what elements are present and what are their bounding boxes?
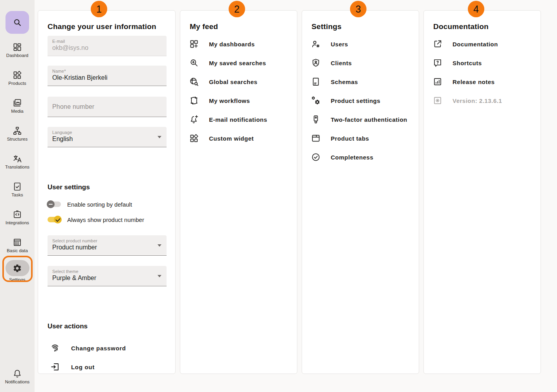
chart-box-icon <box>433 77 442 86</box>
feed-item-my-workflows[interactable]: My workflows <box>180 91 297 110</box>
bell-icon <box>13 369 22 378</box>
search-button[interactable] <box>5 11 29 34</box>
minus-icon <box>47 200 55 208</box>
media-icon <box>13 98 22 108</box>
logout-icon <box>50 362 60 372</box>
step-badge-2: 2 <box>229 1 245 17</box>
feed-item-my-dashboards[interactable]: My dashboards <box>180 35 297 53</box>
documentation-card: Documentation DocumentationShortcutsRele… <box>423 10 541 374</box>
user-settings-title: User settings <box>48 183 167 191</box>
docs-item-release-notes[interactable]: Release notes <box>424 72 541 91</box>
sidebar-item-structures[interactable]: Structures <box>0 126 35 141</box>
active-item-pill <box>5 260 29 276</box>
select-product-number-select[interactable]: Select product numberProduct number <box>48 235 167 256</box>
documentation-card-title: Documentation <box>433 22 531 31</box>
user-actions-title: User actions <box>48 322 167 330</box>
settings-card-title: Settings <box>311 22 409 31</box>
saved-search-icon <box>189 58 199 68</box>
manage-accounts-icon <box>311 39 321 49</box>
settings-item-schemas[interactable]: Schemas <box>302 72 419 91</box>
workflow-icon <box>189 96 199 105</box>
dashboard-customize-icon <box>189 39 199 49</box>
language-field[interactable]: LanguageEnglish <box>48 127 167 147</box>
user-info-card-title: Change your user information <box>48 22 166 31</box>
gear-icon <box>13 264 22 273</box>
chevron-down-icon <box>158 275 161 277</box>
search-icon <box>13 18 22 27</box>
docs-item-version-2-13-6-1: Version: 2.13.6.1 <box>424 91 541 110</box>
notification-add-icon <box>189 115 199 124</box>
settings-item-two-factor-authentication[interactable]: Two-factor authentication <box>302 110 419 129</box>
widgets-icon <box>189 134 199 143</box>
always-show-product-number-toggle[interactable] <box>48 217 61 222</box>
sidebar-item-media[interactable]: Media <box>0 98 35 114</box>
check-circle-icon <box>311 152 321 162</box>
data-table-icon <box>13 238 22 247</box>
gear-box-icon <box>433 96 442 105</box>
sidebar: DashboardProductsMediaStructuresTranslat… <box>0 0 35 392</box>
task-doc-icon <box>13 182 22 191</box>
settings-item-users[interactable]: Users <box>302 35 419 53</box>
step-badge-4: 4 <box>468 1 484 17</box>
open-in-new-icon <box>433 39 442 49</box>
email-field: E-mailokb@isys.no <box>48 36 167 56</box>
fingerprint-icon <box>50 343 60 353</box>
sidebar-item-tasks[interactable]: Tasks <box>0 182 35 197</box>
integration-box-icon <box>13 210 22 219</box>
sidebar-item-translations[interactable]: Translations <box>0 154 35 169</box>
select-theme-select[interactable]: Select themePurple & Amber <box>48 266 167 286</box>
my-feed-card-title: My feed <box>190 22 288 31</box>
chevron-down-icon <box>158 136 161 138</box>
my-feed-card: My feed My dashboardsMy saved searchesGl… <box>180 10 297 374</box>
docs-item-shortcuts[interactable]: Shortcuts <box>424 53 541 72</box>
sidebar-item-notifications[interactable]: Notifications <box>0 369 35 384</box>
check-icon <box>54 216 62 223</box>
phone-field[interactable]: Phone number <box>48 97 167 117</box>
chevron-down-icon <box>158 244 161 247</box>
feed-item-my-saved-searches[interactable]: My saved searches <box>180 53 297 72</box>
sidebar-item-settings[interactable]: Settings <box>0 260 35 282</box>
settings-item-completeness[interactable]: Completeness <box>302 148 419 167</box>
log-out-button[interactable]: Log out <box>48 361 167 373</box>
docs-item-documentation[interactable]: Documentation <box>424 35 541 53</box>
user-info-card: Change your user information E-mailokb@i… <box>38 10 176 374</box>
settings-item-product-settings[interactable]: Product settings <box>302 91 419 110</box>
gears-icon <box>311 96 321 105</box>
shield-person-icon <box>311 58 321 68</box>
device-2fa-icon <box>311 115 321 124</box>
document-icon <box>311 77 321 86</box>
feed-item-global-searches[interactable]: Global searches <box>180 72 297 91</box>
structures-icon <box>13 126 22 136</box>
enable-sorting-by-default-toggle[interactable] <box>48 201 61 207</box>
widgets-icon <box>13 70 22 80</box>
sidebar-item-products[interactable]: Products <box>0 70 35 86</box>
feed-item-custom-widget[interactable]: Custom widget <box>180 129 297 148</box>
name-field[interactable]: Name*Ole-Kristian Bjerkeli <box>48 66 167 86</box>
step-badge-3: 3 <box>350 1 366 17</box>
toggle-row-enable-sorting-by-default: Enable sorting by default <box>48 200 167 209</box>
translate-icon <box>13 154 22 163</box>
travel-explore-icon <box>189 77 199 86</box>
sidebar-item-dashboard[interactable]: Dashboard <box>0 42 35 58</box>
dashboard-icon <box>13 42 22 52</box>
sidebar-item-integrations[interactable]: Integrations <box>0 210 35 225</box>
settings-card: Settings UsersClientsSchemasProduct sett… <box>302 10 419 374</box>
step-badge-1: 1 <box>91 1 107 17</box>
sidebar-item-basic-data[interactable]: Basic data <box>0 238 35 253</box>
settings-item-product-tabs[interactable]: Product tabs <box>302 129 419 148</box>
browser-tab-icon <box>311 134 321 143</box>
settings-item-clients[interactable]: Clients <box>302 53 419 72</box>
toggle-row-always-show-product-number: Always show product number <box>48 215 167 224</box>
help-bubble-icon <box>433 58 442 68</box>
change-password-button[interactable]: Change password <box>48 342 167 354</box>
feed-item-e-mail-notifications[interactable]: E-mail notifications <box>180 110 297 129</box>
